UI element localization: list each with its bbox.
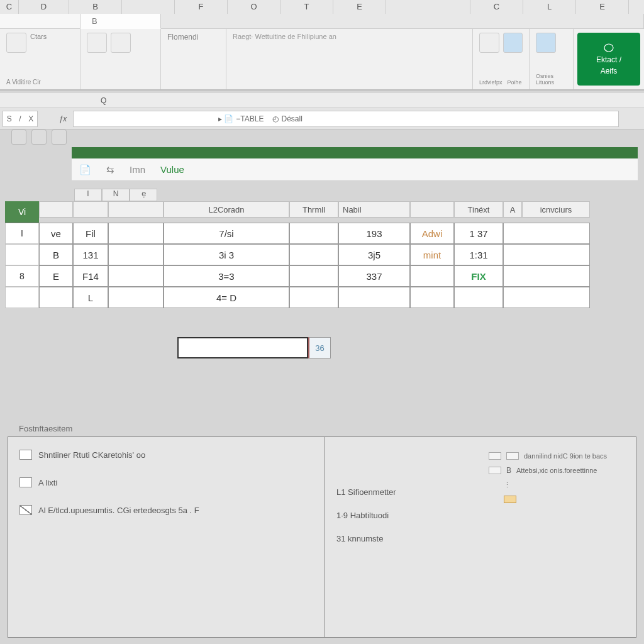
cell[interactable] — [289, 244, 338, 265]
column-letter[interactable]: C — [470, 0, 523, 15]
small-col-header[interactable]: ẹ — [130, 189, 157, 201]
cell[interactable] — [410, 287, 454, 308]
reco-right-item[interactable]: ⋮ — [489, 481, 627, 489]
row-number[interactable]: 8 — [5, 265, 39, 287]
col-header-a[interactable]: A — [503, 201, 522, 218]
generic-icon-blue[interactable] — [536, 33, 556, 53]
cell[interactable] — [338, 287, 410, 308]
ribbon-accent-button[interactable]: Ektact / Aeifs — [577, 33, 640, 86]
cell[interactable]: ve — [39, 223, 73, 244]
panel-icon[interactable] — [52, 130, 67, 145]
cell[interactable] — [289, 265, 338, 287]
reco-mid-item[interactable]: L1 Sifioenmetter — [336, 487, 469, 497]
standalone-cell-input[interactable] — [177, 337, 308, 358]
reco-option[interactable]: Al E/tlcd.upuesumtis. CGi ertedeosgts 5a… — [19, 505, 313, 515]
reco-right-item[interactable]: dannilind nidC 9ion te bacs — [489, 452, 627, 460]
generic-icon-blue[interactable] — [503, 33, 523, 53]
column-letter[interactable]: F — [175, 0, 228, 15]
reco-mid-item[interactable]: 1·9 Habtiltuodi — [336, 511, 469, 520]
cell[interactable]: Fil — [73, 223, 108, 244]
cell[interactable]: mint — [410, 244, 454, 265]
cell[interactable]: 4= D — [164, 287, 289, 308]
cell[interactable] — [108, 244, 164, 265]
cell[interactable] — [108, 265, 164, 287]
cell[interactable]: Adwi — [410, 223, 454, 244]
row-number[interactable] — [5, 244, 39, 265]
cell[interactable]: 1 37 — [454, 223, 503, 244]
cell[interactable]: 193 — [338, 223, 410, 244]
reco-option[interactable]: A lixti — [19, 477, 313, 487]
column-letter[interactable]: O — [228, 0, 280, 15]
tab-arrows[interactable]: ⇆ — [106, 164, 114, 175]
row-number[interactable] — [5, 287, 39, 308]
column-letter[interactable]: C — [0, 0, 19, 15]
cell[interactable] — [503, 265, 590, 287]
cell[interactable]: 3j5 — [338, 244, 410, 265]
column-letter[interactable] — [122, 0, 175, 15]
cell[interactable] — [503, 244, 590, 265]
cell[interactable] — [503, 287, 590, 308]
ribbon-tabs: B — [0, 14, 644, 29]
small-col-header[interactable]: I — [74, 189, 102, 201]
row-number[interactable]: I — [5, 223, 39, 244]
cell[interactable] — [410, 265, 454, 287]
row-header-v[interactable]: Vi — [5, 201, 39, 223]
column-letter[interactable]: D — [19, 0, 69, 15]
cell[interactable] — [108, 287, 164, 308]
tab-icon[interactable]: 📄 — [79, 164, 91, 175]
panel-icon[interactable] — [11, 130, 26, 145]
svg-point-0 — [604, 44, 613, 52]
col-header-nabil[interactable]: Nabil — [338, 201, 410, 218]
small-col-header[interactable]: N — [102, 189, 130, 201]
formula-bar-item[interactable]: ▸ 📄 −TABLE — [218, 114, 264, 123]
paste-icon[interactable] — [6, 33, 26, 53]
cell[interactable] — [108, 223, 164, 244]
column-letter[interactable]: B — [69, 0, 122, 15]
tab-item-active[interactable]: Vulue — [160, 164, 184, 175]
formula-bar-item[interactable]: ◴ Désall — [272, 114, 302, 123]
column-letter[interactable]: E — [576, 0, 629, 15]
ribbon-tab-active[interactable]: B — [80, 14, 161, 29]
col-header-column[interactable]: L2Coradn — [164, 201, 289, 218]
font-icon[interactable] — [87, 33, 107, 53]
font-icon-2[interactable] — [111, 33, 131, 53]
col-header[interactable] — [410, 201, 454, 218]
reco-option[interactable]: Shntiiner Rtuti CKaretohis' oo — [19, 450, 313, 460]
cell[interactable] — [289, 223, 338, 244]
generic-icon[interactable] — [479, 33, 499, 53]
panel-icon[interactable] — [31, 130, 47, 145]
col-header[interactable] — [108, 201, 164, 218]
cell[interactable]: B — [39, 244, 73, 265]
cell[interactable]: 3=3 — [164, 265, 289, 287]
col-header-thrmi[interactable]: Thrmll — [289, 201, 338, 218]
cell[interactable]: F14 — [73, 265, 108, 287]
cell[interactable]: L — [73, 287, 108, 308]
col-header[interactable] — [73, 201, 108, 218]
cell[interactable]: 337 — [338, 265, 410, 287]
col-header-tinex[interactable]: Tinéxt — [454, 201, 503, 218]
cell[interactable] — [454, 287, 503, 308]
cell[interactable]: FIX — [454, 265, 503, 287]
cell[interactable]: E — [39, 265, 73, 287]
cell[interactable]: 3i 3 — [164, 244, 289, 265]
tab-item[interactable]: Imn — [130, 164, 145, 175]
col-header[interactable] — [39, 201, 73, 218]
cell[interactable] — [503, 223, 590, 244]
column-letter[interactable] — [386, 0, 470, 15]
column-letter[interactable]: E — [333, 0, 386, 15]
col-header-icnv[interactable]: icnvciurs — [522, 201, 590, 218]
cell[interactable]: 7/si — [164, 223, 289, 244]
ribbon-tab[interactable] — [0, 14, 80, 29]
cell[interactable]: 1:31 — [454, 244, 503, 265]
reco-right-item[interactable] — [489, 496, 627, 503]
cell[interactable] — [39, 287, 73, 308]
column-letter[interactable]: L — [523, 0, 576, 15]
column-letter[interactable]: T — [280, 0, 333, 15]
formula-bar[interactable]: ▸ 📄 −TABLE ◴ Désall — [73, 111, 619, 127]
reco-mid-item[interactable]: 31 knnumste — [336, 534, 469, 543]
cell[interactable]: 131 — [73, 244, 108, 265]
name-box[interactable]: S/X — [3, 111, 38, 127]
cell[interactable] — [289, 287, 338, 308]
fx-icon[interactable]: ƒx — [57, 114, 69, 123]
reco-right-item[interactable]: BAttebsi,xic onis.foreettinne — [489, 466, 627, 475]
